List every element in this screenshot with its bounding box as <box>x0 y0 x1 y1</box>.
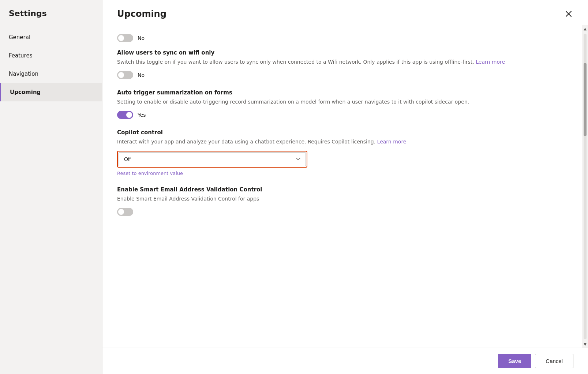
toggle-1[interactable] <box>117 34 133 42</box>
close-button[interactable] <box>564 9 573 19</box>
scrollbar: ▲ ▼ <box>582 25 588 348</box>
wifi-sync-toggle-knob <box>118 72 124 78</box>
copilot-learn-more[interactable]: Learn more <box>377 139 407 145</box>
toggle-1-label: No <box>138 35 145 41</box>
auto-trigger-toggle-knob <box>126 112 132 118</box>
smart-email-toggle[interactable] <box>117 208 133 216</box>
cancel-button[interactable]: Cancel <box>535 354 573 368</box>
wifi-sync-section: Allow users to sync on wifi only Switch … <box>117 49 568 79</box>
auto-trigger-toggle[interactable] <box>117 111 133 119</box>
wifi-sync-desc: Switch this toggle on if you want to all… <box>117 58 568 66</box>
sidebar-item-navigation[interactable]: Navigation <box>0 65 102 83</box>
sidebar-item-navigation-label: Navigation <box>9 71 38 77</box>
sidebar-item-general[interactable]: General <box>0 28 102 46</box>
smart-email-toggle-knob <box>118 209 124 215</box>
toggle-knob-1 <box>118 35 124 41</box>
auto-trigger-title: Auto trigger summarization on forms <box>117 89 568 96</box>
wifi-sync-toggle-row: No <box>117 71 568 79</box>
sidebar-item-upcoming-label: Upcoming <box>10 89 41 96</box>
toggle-section-1: No <box>117 34 568 42</box>
wifi-sync-learn-more[interactable]: Learn more <box>476 59 505 65</box>
sidebar-item-general-label: General <box>9 34 30 41</box>
auto-trigger-toggle-row: Yes <box>117 111 568 119</box>
wifi-sync-title: Allow users to sync on wifi only <box>117 49 568 56</box>
content-wrapper: No Allow users to sync on wifi only Swit… <box>102 25 588 348</box>
auto-trigger-section: Auto trigger summarization on forms Sett… <box>117 89 568 119</box>
reset-environment-link[interactable]: Reset to environment value <box>117 171 568 176</box>
sidebar-item-upcoming[interactable]: Upcoming <box>0 83 102 101</box>
copilot-control-title: Copilot control <box>117 129 568 136</box>
smart-email-desc: Enable Smart Email Address Validation Co… <box>117 195 568 203</box>
wifi-sync-toggle-label: No <box>138 72 145 78</box>
copilot-control-dropdown[interactable]: Off On Default <box>119 152 306 166</box>
page-title: Upcoming <box>117 9 166 19</box>
sidebar: Settings General Features Navigation Upc… <box>0 0 102 374</box>
auto-trigger-toggle-label: Yes <box>138 112 146 118</box>
scrollbar-thumb[interactable] <box>584 63 587 136</box>
copilot-control-section: Copilot control Interact with your app a… <box>117 129 568 176</box>
main-content: No Allow users to sync on wifi only Swit… <box>102 25 582 348</box>
wifi-sync-toggle[interactable] <box>117 71 133 79</box>
footer: Save Cancel <box>102 348 588 374</box>
copilot-control-desc: Interact with your app and analyze your … <box>117 138 568 146</box>
sidebar-item-features[interactable]: Features <box>0 46 102 65</box>
scroll-up-arrow[interactable]: ▲ <box>584 27 587 31</box>
smart-email-section: Enable Smart Email Address Validation Co… <box>117 186 568 216</box>
settings-title: Settings <box>0 9 102 28</box>
close-icon <box>565 11 572 17</box>
copilot-dropdown-wrapper: Off On Default <box>117 151 307 168</box>
smart-email-toggle-row <box>117 208 568 216</box>
auto-trigger-desc: Setting to enable or disable auto-trigge… <box>117 98 568 106</box>
main-header: Upcoming <box>102 0 588 25</box>
sidebar-item-features-label: Features <box>9 52 33 59</box>
save-button[interactable]: Save <box>498 354 531 368</box>
scrollbar-track[interactable] <box>584 34 587 339</box>
smart-email-title: Enable Smart Email Address Validation Co… <box>117 186 568 193</box>
main-panel: Upcoming No Allow users to sync on wifi … <box>102 0 588 374</box>
scroll-down-arrow[interactable]: ▼ <box>584 342 587 346</box>
